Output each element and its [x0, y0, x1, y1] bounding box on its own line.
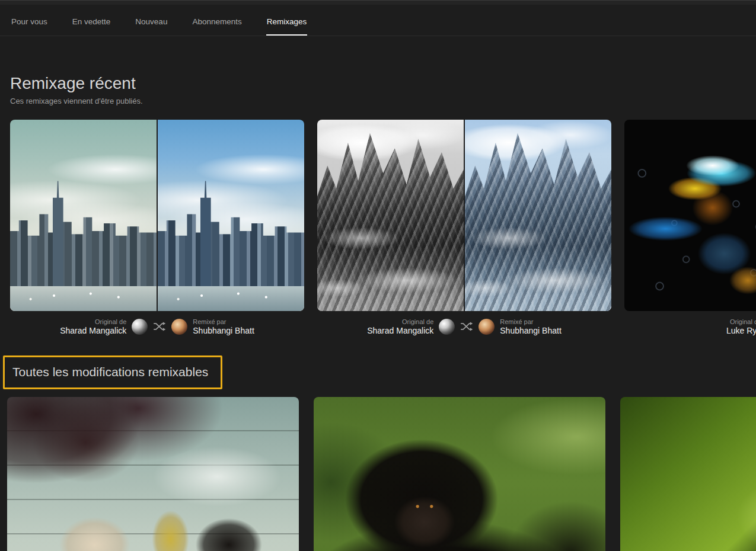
remix-card-fish[interactable]: Original de Luke Ryn [624, 120, 756, 335]
remix-author-avatar[interactable] [479, 319, 495, 335]
remix-author-name[interactable]: Shubhangi Bhatt [193, 326, 254, 335]
recent-remixes-row: Original de Sharad Mangalick Remix [0, 120, 756, 335]
photo-card-dogs[interactable] [7, 397, 299, 551]
original-author-name[interactable]: Sharad Mangalick [60, 326, 126, 335]
remix-author-avatar[interactable] [171, 319, 187, 335]
original-label: Original de [60, 318, 126, 326]
skyscraper-shape [200, 181, 211, 286]
original-label: Original de [367, 318, 433, 326]
app-window: Pour vous En vedette Nouveau Abonnements… [0, 0, 756, 551]
mountains-before-image [317, 120, 464, 311]
remix-card-skyline[interactable]: Original de Sharad Mangalick Remix [10, 120, 304, 335]
before-after-image-mountains[interactable] [317, 120, 611, 311]
remix-credit: Remixé par Shubhangi Bhatt [500, 318, 562, 335]
tab-remixages[interactable]: Remixages [266, 17, 308, 36]
original-label: Original de [726, 318, 756, 326]
original-author-avatar[interactable] [439, 319, 455, 335]
all-remixable-section: Toutes les modifications remixables [0, 335, 756, 551]
attribution-row: Original de Luke Ryn [624, 318, 756, 335]
photo-card-foliage[interactable] [620, 397, 756, 551]
skyline-after-image [158, 120, 304, 311]
attribution-row: Original de Sharad Mangalick Remix [10, 318, 304, 335]
skyscraper-shape [53, 181, 63, 286]
original-credit: Original de Sharad Mangalick [367, 318, 433, 335]
section-title-recent-remix: Remixage récent [10, 73, 756, 94]
remixed-label: Remixé par [500, 318, 562, 326]
remix-shuffle-icon [460, 322, 473, 331]
skyline-before-image [10, 120, 157, 311]
section-subtitle-recent-remix: Ces remixages viennent d'être publiés. [10, 96, 756, 106]
tab-nouveau[interactable]: Nouveau [135, 17, 168, 36]
all-remixable-row [0, 397, 756, 551]
section-title-all-remixable: Toutes les modifications remixables [12, 364, 208, 380]
original-author-avatar[interactable] [132, 319, 148, 335]
feed-content: Remixage récent Ces remixages viennent d… [0, 73, 756, 551]
window-top-strip [0, 0, 756, 5]
annotation-highlight-box: Toutes les modifications remixables [3, 355, 222, 389]
attribution-row: Original de Sharad Mangalick Remix [317, 318, 611, 335]
feed-tab-bar: Pour vous En vedette Nouveau Abonnements… [0, 5, 756, 36]
original-author-name[interactable]: Luke Ryn [726, 326, 756, 335]
tab-en-vedette[interactable]: En vedette [72, 17, 111, 36]
original-credit: Original de Luke Ryn [726, 318, 756, 335]
remix-shuffle-icon [153, 322, 166, 331]
tab-abonnements[interactable]: Abonnements [192, 17, 242, 36]
fish-image[interactable] [624, 120, 756, 311]
photo-card-gorilla[interactable] [314, 397, 605, 551]
tab-pour-vous[interactable]: Pour vous [11, 17, 48, 36]
recent-remixes-section: Remixage récent Ces remixages viennent d… [0, 73, 756, 335]
before-after-image-skyline[interactable] [10, 120, 304, 311]
remix-credit: Remixé par Shubhangi Bhatt [193, 318, 254, 335]
original-author-name[interactable]: Sharad Mangalick [367, 326, 433, 335]
remixed-label: Remixé par [193, 318, 254, 326]
remix-author-name[interactable]: Shubhangi Bhatt [500, 326, 562, 335]
original-credit: Original de Sharad Mangalick [60, 318, 126, 335]
remix-card-mountains[interactable]: Original de Sharad Mangalick Remix [317, 120, 611, 335]
mountains-after-image [465, 120, 611, 311]
